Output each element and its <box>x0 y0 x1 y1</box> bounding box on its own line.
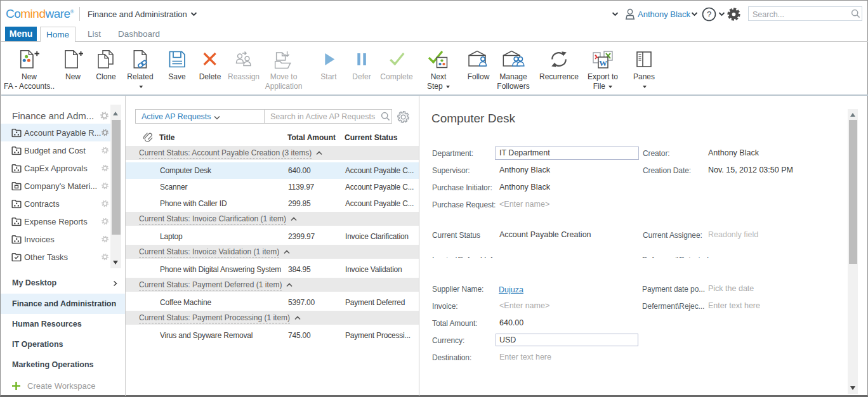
svg-text:W: W <box>599 58 607 68</box>
svg-text:?: ? <box>707 10 711 19</box>
